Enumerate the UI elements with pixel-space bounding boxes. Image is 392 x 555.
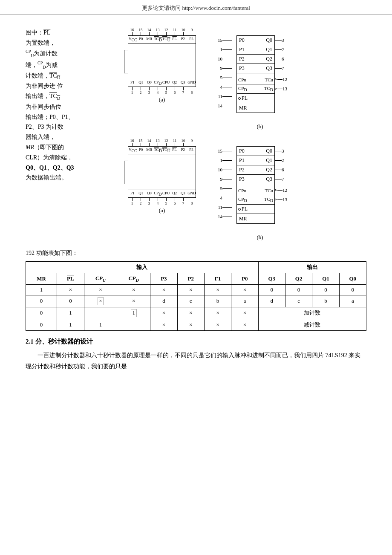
- block-label-b2: (b): [257, 234, 263, 241]
- header-text: 更多论文请访问 http://www.docin.com/fanteral: [142, 5, 250, 11]
- table-row: 0 1 1 × × × × 加计数: [26, 307, 366, 319]
- text-line-6: 为非同步进 位: [26, 83, 63, 89]
- diagram-section: 图中：PL 为置数端， CPU为加计数 端，CPD为减 计数端，TCU 为非同步…: [26, 28, 366, 241]
- block-label-b1: (b): [257, 123, 263, 130]
- diagram-row-2: 16 15 14 13 12 11 10 9 VCC P0 MR TCD: [124, 139, 366, 241]
- text-line-3: CPU为加计数: [26, 50, 58, 57]
- text-line-10: P2、P3 为计数: [26, 124, 63, 130]
- chip-bracket-a1: [124, 50, 128, 73]
- diagrams-area: 16 15 14 13: [124, 28, 366, 241]
- table-title: 192 功能表如下图：: [26, 249, 366, 257]
- chip-diagram-a2: 16 15 14 13 12 11 10 9 VCC P0 MR TCD: [124, 139, 200, 214]
- diagram-row-1: 16 15 14 13: [124, 28, 366, 130]
- col-q3: Q3: [258, 273, 285, 285]
- right-pins-tc: 12 13: [275, 35, 288, 93]
- diagram-a-label-1: (a): [159, 96, 165, 103]
- pin-top-4: 13: [154, 28, 161, 35]
- pin-top-3: 14: [145, 28, 153, 35]
- pin-bot-2: 2: [137, 87, 144, 95]
- col-f1: F1: [204, 273, 231, 285]
- text-line-9: 输出端；P0、P1、: [26, 114, 74, 120]
- main-content: 图中：PL 为置数端， CPU为加计数 端，CPD为减 计数端，TCU 为非同步…: [0, 23, 392, 381]
- section-21-title: 2.1 分、秒计数器的设计: [26, 338, 366, 346]
- chip-rect-a2: [128, 154, 196, 190]
- text-line-11: 器输入端，: [26, 134, 55, 140]
- col-p0: P0: [231, 273, 258, 285]
- left-text: 图中：PL 为置数端， CPU为加计数 端，CPD为减 计数端，TCU 为非同步…: [26, 28, 111, 241]
- pin-bot-6: 6: [171, 87, 179, 95]
- pin-top-1: 16: [128, 28, 136, 35]
- text-line-7: 输出端，TCD: [26, 93, 60, 99]
- table-section: 192 功能表如下图： 输入 输出 MR PL CPU CPD P3 P2 F1…: [26, 249, 366, 331]
- text-line-5: 计数端，TCU: [26, 72, 60, 79]
- pin-top-8: 9: [188, 28, 196, 35]
- function-table: 输入 输出 MR PL CPU CPD P3 P2 F1 P0 Q3 Q2 Q1…: [26, 261, 366, 331]
- pin-bot-1: 1: [128, 87, 136, 95]
- pin-top-2: 15: [137, 28, 144, 35]
- text-line-14: Q0、Q1、Q2、Q3: [26, 165, 74, 171]
- chip-diagram-a1: 16 15 14 13: [124, 28, 200, 103]
- col-header-input: 输入: [26, 262, 259, 273]
- block-diagram-b1: 15 1 10 9: [213, 32, 307, 130]
- table-row: 1 × × × × × × × 0 0 0 0: [26, 284, 366, 295]
- pin-bot-3: 3: [145, 87, 153, 95]
- left-pins-bottom: 5 4 11 14: [213, 35, 232, 110]
- col-q0: Q0: [339, 273, 366, 285]
- diagram-a-label-2: (a): [159, 207, 165, 214]
- col-q2: Q2: [285, 273, 312, 285]
- col-header-output: 输出: [258, 262, 366, 273]
- col-p3: P3: [150, 273, 177, 285]
- pin-bot-5: 5: [162, 87, 170, 95]
- col-mr: MR: [26, 273, 57, 285]
- pin-bot-7: 7: [179, 87, 187, 95]
- pin-top-6: 11: [171, 28, 179, 35]
- pin-top-7: 10: [179, 28, 187, 35]
- pin-top-5: 12: [162, 28, 170, 35]
- text-line-12: MR（即下图的: [26, 144, 64, 150]
- table-row: 0 1 1 × × × × 减计数: [26, 319, 366, 330]
- text-line-1: 图中：PL: [26, 29, 50, 36]
- pin-bot-4: 4: [154, 87, 161, 95]
- table-row: 0 0 × × d c b a d c b a: [26, 295, 366, 307]
- col-q1: Q1: [312, 273, 339, 285]
- text-line-8: 为非同步借位: [26, 104, 61, 110]
- col-p2: P2: [177, 273, 204, 285]
- text-line-15: 为数据输出端。: [26, 174, 67, 181]
- block-box-1: P0 Q0 P1 Q1 P2 Q2 P3 Q3: [236, 35, 275, 113]
- col-cpd: CPD: [117, 273, 150, 285]
- section-21-body: 一百进制分计数器和六十秒计数器的原理是一样的，不同的只是它们的输入脉冲和进制不同…: [26, 350, 366, 373]
- text-line-13: CLR）为清除端，: [26, 154, 73, 161]
- text-line-4: 端，CPD为减: [26, 62, 58, 68]
- chip-rect-a1: [128, 43, 196, 79]
- col-cpu: CPU: [84, 273, 117, 285]
- pin-bot-8: 8: [188, 87, 196, 95]
- page-header: 更多论文请访问 http://www.docin.com/fanteral: [0, 0, 392, 15]
- col-pl: PL: [57, 273, 84, 285]
- block-diagram-b2: 15 1 10 9 P0Q0 P1Q1 P2Q2 P3Q3 CPuTCu CPD…: [213, 143, 307, 241]
- text-line-2: 为置数端，: [26, 40, 55, 46]
